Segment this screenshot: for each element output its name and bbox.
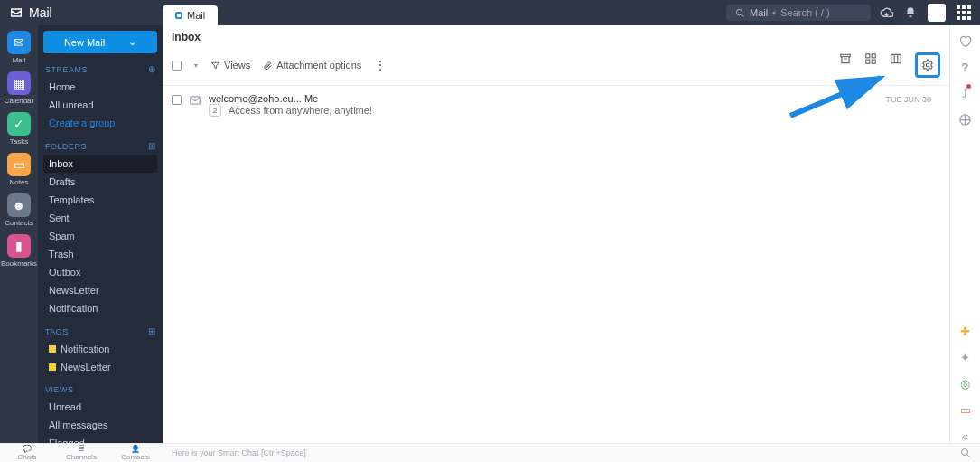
folder-notification[interactable]: Notification [43, 299, 157, 317]
view-all-messages[interactable]: All messages [43, 416, 157, 434]
tags-head: TAGS⊞ [43, 323, 157, 340]
mail-checkbox[interactable] [172, 95, 182, 105]
mail-from: welcome@zoho.eu... Me [209, 93, 372, 104]
collapse-icon[interactable]: « [962, 429, 968, 443]
view-flagged[interactable]: Flagged [43, 434, 157, 443]
folder-title: Inbox [163, 25, 949, 49]
streams-home[interactable]: Home [43, 78, 157, 96]
rail-label: Notes [10, 178, 29, 186]
rail-tasks[interactable]: ✓Tasks [7, 112, 31, 146]
svg-rect-3 [872, 54, 875, 58]
bottom-bar: 💬Chats ≣Channels 👤Contacts Here is your … [0, 443, 980, 462]
app-tab-mail[interactable]: Mail [163, 5, 218, 25]
streams-all-unread[interactable]: All unread [43, 96, 157, 114]
rail-mail[interactable]: ✉Mail [7, 31, 31, 64]
bottom-tab-contacts[interactable]: 👤Contacts [108, 445, 163, 461]
svg-rect-4 [866, 60, 870, 63]
view-unread[interactable]: Unread [43, 398, 157, 416]
rail-label: Tasks [10, 137, 28, 146]
cloud-download-icon[interactable] [880, 6, 893, 20]
rail-contacts[interactable]: ☻Contacts [5, 193, 33, 227]
tag-color-icon [49, 363, 56, 371]
mail-list-item[interactable]: welcome@zoho.eu... Me 2 Access from anyw… [163, 86, 949, 124]
chat-icon[interactable]: ▭ [960, 403, 971, 417]
search-icon [960, 448, 971, 458]
search-bottom-icon[interactable] [951, 448, 980, 458]
svg-rect-5 [872, 60, 875, 63]
tag-newsletter[interactable]: NewsLetter [43, 358, 157, 376]
extensions-icon[interactable] [958, 113, 972, 127]
sparkle-icon[interactable]: ✦ [960, 351, 970, 364]
apps-grid-icon[interactable] [957, 5, 971, 20]
bell-icon[interactable] [904, 6, 917, 19]
gear-icon [921, 59, 934, 71]
svg-rect-2 [866, 54, 870, 58]
sidebar: New Mail⌄ STREAMS⊕ Home All unread Creat… [38, 25, 163, 443]
tag-color-icon [49, 345, 56, 353]
thread-count-badge: 2 [209, 104, 221, 117]
mail-date: TUE JUN 30 [885, 95, 931, 104]
alert-icon[interactable]: ⤴ [962, 87, 968, 100]
calendar-icon: ▦ [7, 71, 31, 95]
folder-spam[interactable]: Spam [43, 227, 157, 245]
bookmark-icon: ▮ [7, 234, 31, 258]
svg-point-7 [926, 63, 929, 67]
attachment-options[interactable]: Attachment options [263, 60, 361, 71]
app-brand: Mail [0, 5, 163, 20]
main-pane: Inbox ▾ Views Attachment options ⋮ welco… [163, 25, 949, 443]
archive-icon[interactable] [839, 52, 852, 65]
select-all-checkbox[interactable] [172, 61, 182, 71]
contacts-icon: ☻ [7, 193, 31, 217]
layout-icon[interactable] [864, 52, 877, 65]
funnel-icon [210, 61, 220, 71]
paperclip-icon [263, 61, 273, 71]
tag-notification[interactable]: Notification [43, 340, 157, 358]
streams-create-group[interactable]: Create a group [43, 114, 157, 132]
chevron-down-icon[interactable]: ▾ [194, 61, 198, 70]
rail-label: Mail [13, 56, 26, 64]
smart-chat-input[interactable]: Here is your Smart Chat [Ctrl+Space] [163, 448, 951, 457]
folder-outbox[interactable]: Outbox [43, 263, 157, 281]
settings-button[interactable] [915, 52, 940, 78]
add-widget-icon[interactable]: ✚ [960, 325, 970, 338]
toolbar: ▾ Views Attachment options ⋮ [163, 49, 949, 86]
new-mail-label: New Mail [64, 37, 105, 48]
app-rail: ✉Mail ▦Calendar ✓Tasks ▭Notes ☻Contacts … [0, 25, 38, 443]
brand-text: Mail [29, 5, 52, 20]
rail-label: Contacts [5, 219, 33, 227]
filter-views[interactable]: Views [210, 60, 250, 71]
mail-icon [9, 5, 23, 20]
chevron-down-icon: ⌄ [128, 36, 136, 48]
more-menu[interactable]: ⋮ [374, 58, 387, 72]
new-mail-button[interactable]: New Mail⌄ [43, 31, 157, 53]
notes-icon: ▭ [7, 153, 31, 176]
rail-label: Calendar [5, 97, 33, 105]
search-scope-label: Mail [750, 7, 768, 18]
folder-templates[interactable]: Templates [43, 191, 157, 209]
rail-calendar[interactable]: ▦Calendar [5, 71, 33, 105]
search-placeholder: Search ( / ) [780, 7, 829, 18]
columns-icon[interactable] [890, 52, 902, 65]
bottom-tab-chats[interactable]: 💬Chats [0, 445, 54, 461]
search-input[interactable]: Mail ▾ Search ( / ) [726, 5, 871, 21]
heart-icon[interactable] [958, 34, 972, 48]
avatar[interactable] [928, 4, 946, 22]
streams-head: STREAMS⊕ [43, 61, 157, 78]
add-icon[interactable]: ⊞ [148, 141, 156, 151]
rail-bookmarks[interactable]: ▮Bookmarks [1, 234, 37, 268]
mail-subject: Access from anywhere, anytime! [229, 105, 372, 116]
folder-drafts[interactable]: Drafts [43, 173, 157, 191]
folder-trash[interactable]: Trash [43, 245, 157, 263]
svg-point-0 [736, 9, 742, 14]
bottom-tab-channels[interactable]: ≣Channels [54, 445, 108, 461]
folder-inbox[interactable]: Inbox [43, 155, 157, 173]
folder-newsletter[interactable]: NewsLetter [43, 281, 157, 299]
help-icon[interactable]: ? [962, 61, 969, 74]
folder-sent[interactable]: Sent [43, 209, 157, 227]
search-icon [735, 8, 745, 18]
add-icon[interactable]: ⊕ [148, 64, 156, 74]
target-icon[interactable]: ◎ [960, 377, 970, 391]
add-icon[interactable]: ⊞ [148, 326, 156, 336]
rail-notes[interactable]: ▭Notes [7, 153, 31, 186]
app-tab-label: Mail [187, 10, 205, 21]
